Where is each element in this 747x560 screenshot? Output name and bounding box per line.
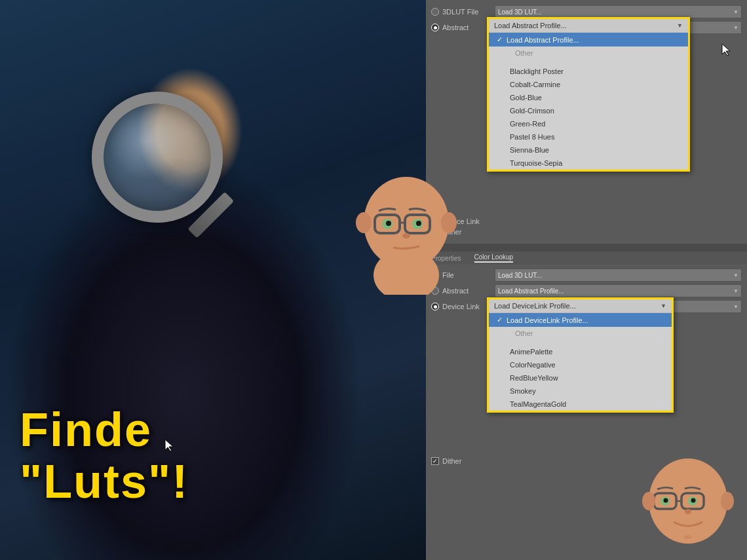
cartoon-character-bottom xyxy=(636,449,740,553)
svg-point-24 xyxy=(721,492,734,510)
devicelink-dropdown-arrow: ▼ xyxy=(661,303,666,309)
abstract-item-selected[interactable]: ✓ Load Abstract Profile... xyxy=(489,33,688,47)
abstract-item-blacklight-label: Blacklight Poster xyxy=(510,67,564,75)
devicelink-item-selected[interactable]: ✓ Load DeviceLink Profile... xyxy=(489,313,672,327)
svg-point-9 xyxy=(402,233,410,238)
3dlut-arrow: ▼ xyxy=(733,9,738,15)
devicelink-item-teal-label: TealMagentaGold xyxy=(510,400,566,408)
color-lookup-tab: Color Lookup xyxy=(474,253,513,263)
svg-point-20 xyxy=(664,498,668,503)
svg-point-23 xyxy=(642,492,655,510)
devicelink-item-redblueyellow[interactable]: RedBlueYellow xyxy=(489,371,672,384)
abstract-item-sienna-label: Sienna-Blue xyxy=(510,146,549,154)
svg-marker-26 xyxy=(722,44,730,56)
abstract-item-greenred[interactable]: Green-Red xyxy=(489,117,688,130)
overlay-text: Finde "Luts"! xyxy=(20,404,189,508)
glass-circle xyxy=(92,92,223,223)
abstract-item-greenred-label: Green-Red xyxy=(510,120,545,128)
abstract-item-turquoise[interactable]: Turquoise-Sepia xyxy=(489,157,688,170)
3dlut-label: 3DLUT File xyxy=(442,8,495,16)
file-select-value: Load 3D LUT... xyxy=(498,272,542,279)
devicelink-item-other[interactable]: Other xyxy=(489,327,672,340)
top-devicelink-row: Device Link xyxy=(431,217,742,225)
abstract-item-cobalt[interactable]: Cobalt-Carmine xyxy=(489,78,688,91)
devicelink-item-redblueyellow-label: RedBlueYellow xyxy=(510,374,558,382)
bottom-cursor-arrow-svg xyxy=(164,438,174,453)
cartoon-top-svg xyxy=(347,164,465,295)
bottom-abstract-select-value: Load Abstract Profile... xyxy=(498,288,564,295)
abstract-item-sienna[interactable]: Sienna-Blue xyxy=(489,143,688,157)
devicelink-item-other-label: Other xyxy=(515,329,533,337)
abstract-item-pastel-label: Pastel 8 Hues xyxy=(510,133,554,141)
svg-point-22 xyxy=(685,509,691,514)
devicelink-checkmark-icon: ✓ xyxy=(497,316,503,324)
3dlut-row: 3DLUT File Load 3D LUT... ▼ xyxy=(431,5,742,18)
abstract-radio[interactable] xyxy=(431,24,439,31)
bottom-abstract-select[interactable]: Load Abstract Profile... ▼ xyxy=(495,284,742,297)
abstract-dropdown-title: Load Abstract Profile... xyxy=(494,22,567,29)
file-row: File Load 3D LUT... ▼ xyxy=(431,269,742,282)
abstract-item-goldblue-label: Gold-Blue xyxy=(510,94,542,102)
cartoon-bottom-svg xyxy=(636,449,740,553)
svg-point-7 xyxy=(386,221,391,226)
bottom-dither-label: Dither xyxy=(442,457,495,465)
svg-point-21 xyxy=(691,498,696,503)
magnifying-glass xyxy=(92,92,249,249)
abstract-item-other-label: Other xyxy=(515,49,533,57)
bottom-devicelink-radio[interactable] xyxy=(431,303,439,310)
devicelink-item-smokey[interactable]: Smokey xyxy=(489,384,672,398)
svg-point-8 xyxy=(416,221,421,226)
abstract-item-blacklight[interactable]: Blacklight Poster xyxy=(489,65,688,78)
bottom-abstract-row: Abstract Load Abstract Profile... ▼ xyxy=(431,284,742,297)
top-cursor xyxy=(721,43,734,56)
text-line2: "Luts"! xyxy=(20,456,189,508)
cartoon-character-top xyxy=(347,164,465,295)
abstract-dropdown-header: Load Abstract Profile... ▼ xyxy=(489,19,688,33)
svg-point-11 xyxy=(416,246,429,265)
devicelink-dropdown-title: Load DeviceLink Profile... xyxy=(494,302,576,310)
devicelink-item-colorneg-label: ColorNegative xyxy=(510,361,556,369)
devicelink-dropdown-divider xyxy=(489,340,672,345)
svg-point-13 xyxy=(441,212,457,233)
abstract-item-pastel[interactable]: Pastel 8 Hues xyxy=(489,130,688,143)
top-color-lookup-section: 3DLUT File Load 3D LUT... ▼ Abstract Loa… xyxy=(426,0,747,244)
file-arrow: ▼ xyxy=(733,272,738,278)
abstract-item-selected-label: Load Abstract Profile... xyxy=(507,36,579,44)
devicelink-item-anime[interactable]: AnimePalette xyxy=(489,345,672,358)
abstract-item-turquoise-label: Turquoise-Sepia xyxy=(510,159,562,167)
devicelink-section: Device Link Load DeviceLink Profile... ▼… xyxy=(431,300,742,313)
abstract-section: Abstract Load Abstract Profile... ▼ Load… xyxy=(431,21,742,34)
devicelink-item-colorneg[interactable]: ColorNegative xyxy=(489,358,672,371)
abstract-dropdown-menu: Load Abstract Profile... ▼ ✓ Load Abstra… xyxy=(487,17,690,172)
properties-bar: Properties Color Lookup xyxy=(426,252,747,265)
devicelink-item-anime-label: AnimePalette xyxy=(510,348,552,356)
devicelink-dropdown-menu: Load DeviceLink Profile... ▼ ✓ Load Devi… xyxy=(487,297,674,413)
bottom-dither-checkbox[interactable]: ✓ xyxy=(431,457,439,465)
bottom-devicelink-arrow: ▼ xyxy=(733,304,738,310)
devicelink-item-smokey-label: Smokey xyxy=(510,387,536,395)
section-divider xyxy=(426,244,747,252)
bottom-cursor xyxy=(164,438,174,455)
3dlut-select-value: Load 3D LUT... xyxy=(498,9,542,16)
abstract-item-goldblue[interactable]: Gold-Blue xyxy=(489,91,688,104)
svg-point-12 xyxy=(356,212,372,233)
abstract-dropdown-arrow: ▼ xyxy=(677,22,683,29)
bottom-abstract-arrow: ▼ xyxy=(733,288,738,294)
abstract-item-cobalt-label: Cobalt-Carmine xyxy=(510,81,560,88)
3dlut-radio[interactable] xyxy=(431,8,439,16)
top-dither-row: ✓ Dither xyxy=(431,228,742,236)
checkmark-icon: ✓ xyxy=(497,35,503,44)
abstract-item-other[interactable]: Other xyxy=(489,47,688,60)
abstract-item-goldcrimson[interactable]: Gold-Crimson xyxy=(489,104,688,117)
abstract-arrow: ▼ xyxy=(733,25,738,31)
devicelink-dropdown-header: Load DeviceLink Profile... ▼ xyxy=(489,299,672,313)
devicelink-item-selected-label: Load DeviceLink Profile... xyxy=(507,316,588,324)
abstract-dropdown-divider xyxy=(489,60,688,65)
svg-marker-27 xyxy=(165,439,173,451)
devicelink-item-teal[interactable]: TealMagentaGold xyxy=(489,398,672,411)
3dlut-select[interactable]: Load 3D LUT... ▼ xyxy=(495,5,742,18)
file-select[interactable]: Load 3D LUT... ▼ xyxy=(495,269,742,282)
abstract-item-goldcrimson-label: Gold-Crimson xyxy=(510,107,554,115)
cursor-arrow-svg xyxy=(721,43,731,57)
bottom-color-lookup-section: File Load 3D LUT... ▼ Abstract Load Abst… xyxy=(426,265,747,473)
